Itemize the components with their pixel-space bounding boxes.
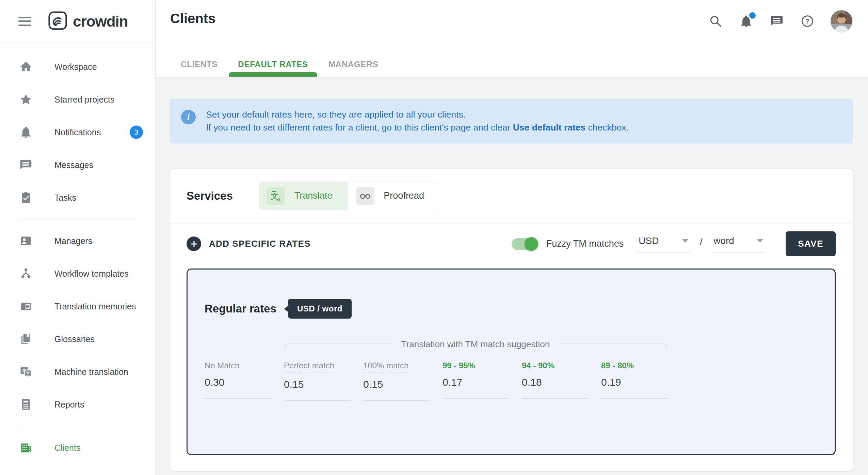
content: i Set your default rates here, so they a… [156,77,868,475]
regular-rates-title: Regular rates [205,302,276,315]
rates-panel: Services 文A Translate Proofread ADD SPEC… [170,169,853,471]
sidebar-item-label: Messages [54,160,93,170]
rate-value-input[interactable]: 0.17 [443,377,522,388]
rate-columns: No Match 0.30 Perfect match 0.15 100% ma… [205,361,818,401]
plus-icon [187,236,201,251]
sidebar-item-label: Tasks [54,193,76,203]
info-icon: i [181,110,196,124]
banner-text: Set your default rates here, so they are… [206,108,629,134]
crowdin-logo-icon [48,11,67,32]
logo-text: crowdin [73,13,128,30]
tab-clients[interactable]: CLIENTS [171,52,228,77]
tasks-icon [19,190,33,205]
rate-input-underline [522,398,589,399]
service-segment-translate[interactable]: 文A Translate [259,182,348,210]
sidebar-item-notifications[interactable]: Notifications3 [0,116,155,149]
rate-value-input[interactable]: 0.19 [601,377,680,388]
sidebar-item-machine-translation[interactable]: G文 Machine translation [0,355,155,388]
home-icon [19,60,33,74]
messages-icon[interactable] [769,14,784,29]
avatar[interactable] [831,10,852,32]
sidebar-nav: Workspace Starred projects Notifications… [0,43,155,464]
fuzzy-tm-label: Fuzzy TM matches [546,239,624,249]
sidebar-item-workspace[interactable]: Workspace [0,50,155,83]
clients-icon [19,441,33,455]
rate-input-underline [601,398,668,399]
sidebar: crowdin Workspace Starred projects Notif… [0,0,156,475]
chevron-down-icon [682,239,688,243]
header: Clients ? CLIENTSDEFAULT RATESMANAGERS [156,0,868,77]
svg-text:?: ? [806,18,809,25]
tab-default-rates[interactable]: DEFAULT RATES [228,52,318,77]
sidebar-item-label: Starred projects [54,95,114,105]
tab-managers[interactable]: MANAGERS [318,52,388,77]
save-button[interactable]: SAVE [786,231,836,256]
rate-value-input[interactable]: 0.15 [363,379,443,390]
svg-text:A: A [277,196,280,202]
sidebar-item-label: Glossaries [54,334,95,344]
sidebar-item-clients[interactable]: Clients [0,431,155,464]
fuzzy-tm-toggle[interactable] [512,236,537,251]
currency-select[interactable]: USD [638,235,690,252]
sidebar-item-label: Notifications [54,127,101,137]
info-banner: i Set your default rates here, so they a… [170,99,853,143]
rate-input-underline [205,398,271,399]
service-switcher: 文A Translate Proofread [259,182,440,210]
notification-count-badge: 3 [130,126,143,139]
mt-icon: G文 [19,365,33,379]
unread-dot [749,12,756,19]
rate-input-underline [284,400,351,401]
unit-select[interactable]: word [713,235,765,252]
rate-value-input[interactable]: 0.30 [205,377,284,388]
proofread-icon [356,187,374,205]
use-default-rates-emphasis: Use default rates [513,122,586,133]
help-icon[interactable]: ? [800,14,815,29]
rate-column-100-match: 100% match 0.15 [363,361,443,401]
rate-column-94-90: 94 - 90% 0.18 [522,361,601,401]
rate-label: 100% match [363,361,408,372]
sidebar-item-tasks[interactable]: Tasks [0,181,155,214]
rates-toolbar: ADD SPECIFIC RATES Fuzzy TM matches USD … [170,224,853,264]
search-icon[interactable] [708,14,723,29]
services-row: Services 文A Translate Proofread [170,169,853,223]
sidebar-item-label: Workflow templates [54,269,129,279]
banner-line2: If you need to set different rates for a… [206,121,629,134]
sidebar-item-starred-projects[interactable]: Starred projects [0,83,155,116]
sidebar-item-managers[interactable]: Managers [0,225,155,257]
sidebar-item-reports[interactable]: Reports [0,388,155,421]
sidebar-item-messages[interactable]: Messages [0,149,155,181]
tm-icon [19,299,33,313]
rate-label: 94 - 90% [522,361,554,370]
sidebar-item-label: Machine translation [54,367,128,377]
add-specific-rates-button[interactable]: ADD SPECIFIC RATES [187,236,310,251]
sidebar-item-label: Clients [54,443,80,453]
rate-input-underline [443,398,509,399]
notifications-icon[interactable] [739,14,754,29]
rate-label: 89 - 80% [601,361,634,370]
sidebar-item-workflow-templates[interactable]: Workflow templates [0,257,155,290]
rate-input-underline [363,400,430,401]
crowdin-logo[interactable]: crowdin [48,11,128,32]
logo-row: crowdin [0,0,155,43]
sidebar-divider [17,426,138,426]
rate-value-input[interactable]: 0.15 [284,379,363,390]
person-icon [19,234,33,248]
service-segment-proofread[interactable]: Proofread [348,182,440,210]
sidebar-item-label: Workspace [54,62,97,72]
sidebar-item-label: Translation memories [54,302,136,311]
rate-column-perfect-match: Perfect match 0.15 [284,361,363,401]
star-icon [19,92,33,107]
rate-value-input[interactable]: 0.18 [522,377,601,388]
workflow-icon [19,266,33,281]
rate-column-99-95: 99 - 95% 0.17 [443,361,522,401]
menu-icon[interactable] [18,15,32,28]
reports-icon [19,397,33,412]
services-heading: Services [187,189,233,202]
per-separator: / [700,236,703,252]
sidebar-item-translation-memories[interactable]: Translation memories [0,290,155,323]
tm-match-bracket: Translation with TM match suggestion [284,339,679,351]
toolbar-right: Fuzzy TM matches USD / word SAVE [512,231,836,256]
banner-line1: Set your default rates here, so they are… [206,108,629,121]
sidebar-item-glossaries[interactable]: Glossaries [0,323,155,355]
rates-grid: Translation with TM match suggestion No … [205,339,818,401]
